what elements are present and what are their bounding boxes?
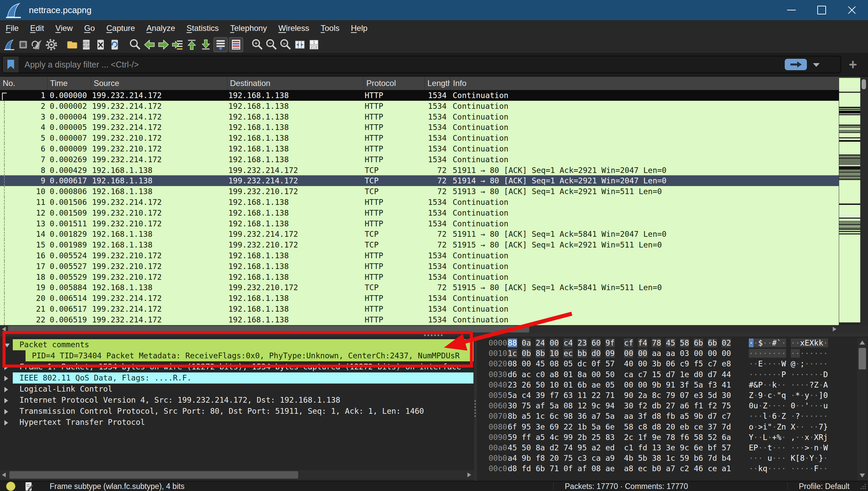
save-file-icon[interactable]: 01010110 (79, 37, 93, 52)
expand-icon[interactable] (4, 398, 8, 403)
column-header-time[interactable]: Time (47, 77, 91, 90)
menu-item-edit[interactable]: Edit (25, 20, 50, 36)
hex-row[interactable]: 009059 ff a5 4c 99 2b 25 83 2c 1f 9e 78 … (477, 432, 868, 443)
hex-row[interactable]: 00708b a5 1c 6c 98 36 a7 5a aa 3f d8 fb … (477, 411, 868, 422)
detail-row[interactable]: Frame 1: Packet, 1534 bytes on wire (122… (0, 362, 474, 372)
hex-row[interactable]: 00101c 0b 8b 10 ec bb d0 09 00 00 aa aa … (477, 348, 868, 359)
column-header-destination[interactable]: Destination (227, 77, 363, 90)
packet-row-2[interactable]: 20.000002199.232.214.172192.168.1.138HTT… (0, 101, 839, 112)
packet-row-22[interactable]: 220.006519199.232.214.172192.168.1.138HT… (0, 314, 839, 325)
resize-columns-icon[interactable] (293, 37, 307, 52)
column-header-source[interactable]: Source (91, 77, 227, 90)
intelligent-scrollbar-minimap[interactable] (839, 78, 860, 322)
close-button[interactable] (837, 0, 867, 20)
hex-row[interactable]: 00a045 50 8a d2 74 95 a2 ed c1 fd 13 3e … (477, 443, 868, 453)
hex-row[interactable]: 0030d6 ac c0 a8 01 8a 00 50 ca c7 15 d7 … (477, 369, 868, 380)
menu-item-tools[interactable]: Tools (315, 20, 345, 36)
packet-row-19[interactable]: 190.005884192.168.1.138199.232.210.172TC… (0, 282, 839, 293)
hex-vscroll-thumb[interactable] (859, 348, 866, 369)
menu-item-analyze[interactable]: Analyze (141, 20, 181, 36)
hex-row[interactable]: 00c0d8 fd 6b 71 0f af 08 ae a8 ec b0 a7 … (477, 463, 868, 474)
stop-capture-icon[interactable] (16, 37, 30, 52)
go-last-packet-icon[interactable] (199, 37, 213, 52)
scroll-right-icon[interactable] (833, 327, 836, 331)
packet-row-14[interactable]: 140.001829192.168.1.138199.232.214.172TC… (0, 229, 839, 239)
expand-icon[interactable] (4, 420, 8, 426)
packet-row-5[interactable]: 50.000007199.232.210.172192.168.1.138HTT… (0, 133, 839, 143)
hex-row[interactable]: 00806f 95 3e 69 22 1b 5a 6e 58 c8 d8 20 … (477, 422, 868, 432)
minimize-button[interactable] (776, 0, 807, 20)
maximize-button[interactable] (807, 0, 837, 20)
go-forward-icon[interactable] (156, 37, 171, 52)
menu-item-file[interactable]: File (0, 20, 25, 36)
packet-row-11[interactable]: 110.001506199.232.214.172192.168.1.138HT… (0, 197, 839, 207)
packet-row-17[interactable]: 170.005527199.232.210.172192.168.1.138HT… (0, 261, 839, 272)
expert-info-icon[interactable] (6, 482, 16, 491)
detail-row[interactable]: Logical-Link Control (0, 383, 474, 395)
packet-row-4[interactable]: 40.000005199.232.214.172192.168.1.138HTT… (0, 122, 839, 133)
menu-item-capture[interactable]: Capture (101, 20, 141, 36)
scroll-down-icon[interactable] (860, 473, 865, 478)
go-to-packet-icon[interactable] (171, 37, 185, 52)
menu-item-telephony[interactable]: Telephony (225, 20, 273, 36)
details-hscroll-thumb[interactable] (9, 471, 298, 479)
menu-item-view[interactable]: View (50, 20, 79, 36)
expand-icon[interactable] (4, 376, 8, 381)
packet-row-6[interactable]: 60.000009199.232.210.172192.168.1.138HTT… (0, 143, 839, 154)
packet-row-9[interactable]: 90.000617192.168.1.138199.232.214.172TCP… (0, 175, 839, 186)
capture-comment-icon[interactable] (25, 482, 34, 491)
packet-row-21[interactable]: 210.006517199.232.214.172192.168.1.138HT… (0, 304, 839, 314)
go-first-packet-icon[interactable] (185, 37, 199, 52)
packet-row-1[interactable]: 10.000000199.232.214.172192.168.1.138HTT… (0, 90, 839, 101)
layout-icon[interactable]: 123 (307, 37, 321, 52)
display-filter-input[interactable]: Apply a display filter ... <Ctrl-/> (2, 56, 841, 73)
hex-row[interactable]: 00505a c4 39 f7 63 11 22 71 90 2a 8c 79 … (477, 390, 868, 401)
packet-row-10[interactable]: 100.000806192.168.1.138199.232.210.172TC… (0, 186, 839, 197)
add-filter-button[interactable]: + (845, 57, 860, 72)
packet-row-16[interactable]: 160.005524199.232.210.172192.168.1.138HT… (0, 250, 839, 261)
packet-list-vertical-scrollbar[interactable] (860, 77, 868, 325)
detail-row[interactable]: Transmission Control Protocol, Src Port:… (0, 406, 474, 417)
menu-item-help[interactable]: Help (345, 20, 373, 36)
packet-row-8[interactable]: 80.000429192.168.1.138199.232.214.172TCP… (0, 165, 839, 176)
filter-dropdown-caret[interactable] (813, 63, 820, 67)
packet-row-12[interactable]: 120.001509199.232.210.172192.168.1.138HT… (0, 207, 839, 218)
packet-row-3[interactable]: 30.000004199.232.214.172192.168.1.138HTT… (0, 112, 839, 122)
packet-row-18[interactable]: 180.005529199.232.210.172192.168.1.138HT… (0, 272, 839, 283)
scroll-left-icon[interactable] (2, 472, 6, 477)
capture-options-icon[interactable] (44, 37, 58, 52)
detail-row[interactable]: Packet comments (0, 339, 474, 350)
wireshark-start-capture-icon[interactable] (2, 37, 16, 52)
hex-row[interactable]: 000088 0a 24 00 c4 23 60 9f cf f4 78 45 … (477, 338, 868, 348)
menu-item-statistics[interactable]: Statistics (181, 20, 224, 36)
close-file-icon[interactable] (93, 37, 108, 52)
filter-bookmark-button[interactable] (3, 56, 19, 73)
zoom-in-icon[interactable]: + (250, 37, 265, 52)
status-profile[interactable]: Profile: Default (799, 481, 849, 491)
scroll-up-icon[interactable] (860, 341, 865, 345)
column-header-no[interactable]: No. (0, 77, 47, 90)
expand-icon[interactable] (4, 409, 8, 414)
packet-row-15[interactable]: 150.001989192.168.1.138199.232.210.172TC… (0, 239, 839, 250)
hex-row[interactable]: 00b0a4 9b f8 20 75 c3 ca a9 4b 5b 38 1c … (477, 453, 868, 463)
hex-row[interactable]: 002008 00 45 08 05 dc 0f 57 40 00 3b 06 … (477, 359, 868, 369)
expand-icon[interactable] (4, 387, 8, 392)
detail-row[interactable]: Hypertext Transfer Protocol (0, 417, 474, 428)
apply-filter-button[interactable] (785, 59, 807, 70)
expand-icon[interactable] (4, 365, 8, 370)
find-packet-icon[interactable] (128, 37, 142, 52)
packet-row-7[interactable]: 70.000269199.232.214.172192.168.1.138HTT… (0, 154, 839, 165)
details-horizontal-scrollbar[interactable] (0, 470, 474, 480)
scroll-left-icon[interactable] (2, 327, 6, 331)
hex-row[interactable]: 006030 75 af 5a 08 12 9c 94 30 f2 db 27 … (477, 401, 868, 411)
scroll-right-icon[interactable] (468, 472, 471, 477)
collapse-icon[interactable] (4, 344, 10, 347)
auto-scroll-icon[interactable] (214, 37, 228, 52)
hex-vertical-scrollbar[interactable] (857, 338, 867, 480)
packet-list-vscroll-thumb[interactable] (862, 79, 866, 89)
open-file-icon[interactable] (65, 37, 79, 52)
hex-row[interactable]: 004023 26 50 10 01 6b ae 05 00 00 9b 91 … (477, 380, 868, 390)
menu-item-go[interactable]: Go (79, 20, 101, 36)
zoom-out-icon[interactable]: − (265, 37, 279, 52)
restart-capture-icon[interactable] (30, 37, 44, 52)
